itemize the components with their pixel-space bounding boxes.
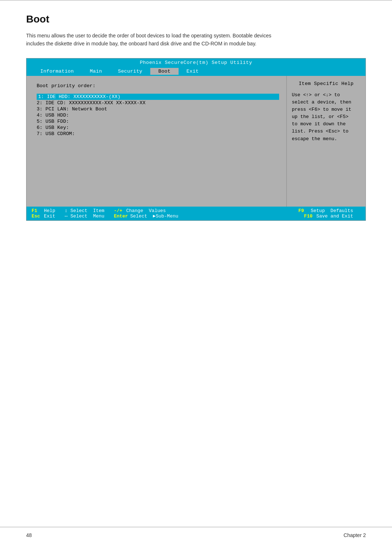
key-enter: Enter bbox=[114, 214, 128, 219]
description-line1: This menu allows the user to decide the … bbox=[26, 33, 271, 38]
key-esc: Esc bbox=[32, 214, 42, 219]
boot-item-7-index: 7: bbox=[37, 131, 45, 137]
bios-body: Boot priority order: 1: IDE HDD: XXXXXXX… bbox=[26, 76, 366, 207]
footer-row-1: F1 Help ↕ Select Item -/+ Change Values … bbox=[32, 208, 360, 214]
page-footer: 48 Chapter 2 bbox=[26, 532, 366, 538]
key-f10: F10 bbox=[304, 214, 314, 219]
boot-item-1[interactable]: 1: IDE HDD: XXXXXXXXXXX-(XX) bbox=[37, 94, 279, 100]
desc-select-menu: Select Menu bbox=[70, 214, 105, 219]
boot-item-4[interactable]: 4: USB HDD: bbox=[37, 112, 279, 118]
bios-navbar: Information Main Security Boot Exit bbox=[26, 67, 366, 76]
bios-footer: F1 Help ↕ Select Item -/+ Change Values … bbox=[26, 207, 366, 220]
page-content: Boot This menu allows the user to decide… bbox=[0, 0, 392, 243]
boot-item-4-index: 4: bbox=[37, 113, 45, 118]
boot-item-2-index: 2: bbox=[37, 100, 45, 106]
icon-leftright: ↔ bbox=[65, 214, 68, 219]
chapter-label: Chapter 2 bbox=[344, 532, 366, 538]
page-number: 48 bbox=[26, 532, 32, 538]
boot-item-3[interactable]: 3: PCI LAN: Network Boot bbox=[37, 106, 279, 112]
boot-item-1-index: 1: bbox=[38, 94, 47, 99]
boot-item-4-label: USB HDD: bbox=[45, 113, 69, 118]
desc-select-item: Select Item bbox=[70, 208, 105, 214]
description-line2: includes the diskette drive in module ba… bbox=[26, 41, 256, 46]
nav-security[interactable]: Security bbox=[110, 68, 150, 75]
description: This menu allows the user to decide the … bbox=[26, 32, 366, 48]
help-text: Use <↑> or <↓> to select a device, then … bbox=[292, 92, 360, 143]
boot-item-2-label: IDE CD: XXXXXXXXXXX-XXX XX-XXXX-XX bbox=[45, 100, 145, 106]
boot-item-5-index: 5: bbox=[37, 119, 45, 124]
desc-setup-defaults: Setup Defaults bbox=[311, 208, 353, 214]
boot-item-5[interactable]: 5: USB FDD: bbox=[37, 118, 279, 125]
key-f9: F9 bbox=[298, 208, 309, 214]
footer-row-2: Esc Exit ↔ Select Menu Enter Select ►Sub… bbox=[32, 214, 360, 219]
bottom-rule bbox=[0, 527, 392, 527]
help-title: Item Specific Help bbox=[292, 81, 360, 86]
boot-item-7-label: USB CDROM: bbox=[45, 131, 75, 137]
bios-right-panel: Item Specific Help Use <↑> or <↓> to sel… bbox=[286, 76, 366, 207]
desc-save-exit: Save and Exit bbox=[317, 214, 353, 219]
bios-left-panel: Boot priority order: 1: IDE HDD: XXXXXXX… bbox=[26, 76, 286, 207]
boot-item-2[interactable]: 2: IDE CD: XXXXXXXXXXX-XXX XX-XXXX-XX bbox=[37, 100, 279, 106]
boot-item-1-label: IDE HDD: XXXXXXXXXXX-(XX) bbox=[47, 94, 121, 99]
key-f1: F1 bbox=[32, 208, 42, 214]
bios-titlebar: Phoenix SecureCore(tm) Setup Utility bbox=[26, 58, 366, 67]
boot-list: 1: IDE HDD: XXXXXXXXXXX-(XX) 2: IDE CD: … bbox=[37, 94, 279, 137]
boot-item-6-index: 6: bbox=[37, 125, 45, 130]
desc-select-submenu: Select ►Sub-Menu bbox=[130, 214, 179, 219]
page-title: Boot bbox=[26, 13, 366, 25]
bios-container: Phoenix SecureCore(tm) Setup Utility Inf… bbox=[26, 58, 366, 221]
boot-item-3-label: PCI LAN: Network Boot bbox=[45, 106, 107, 112]
nav-main[interactable]: Main bbox=[82, 68, 110, 75]
desc-help: Help bbox=[44, 208, 55, 214]
desc-change-values: Change Values bbox=[126, 208, 166, 214]
nav-boot[interactable]: Boot bbox=[150, 68, 179, 75]
boot-item-6[interactable]: 6: USB Key: bbox=[37, 125, 279, 131]
bios-title: Phoenix SecureCore(tm) Setup Utility bbox=[140, 60, 252, 65]
key-minusplus: -/+ bbox=[114, 208, 124, 214]
boot-item-5-label: USB FDD: bbox=[45, 119, 69, 124]
boot-item-7[interactable]: 7: USB CDROM: bbox=[37, 131, 279, 137]
nav-exit[interactable]: Exit bbox=[179, 68, 207, 75]
desc-exit: Exit bbox=[44, 214, 55, 219]
nav-information[interactable]: Information bbox=[32, 68, 82, 75]
icon-updown: ↕ bbox=[65, 208, 68, 214]
boot-section-title: Boot priority order: bbox=[37, 83, 279, 89]
boot-item-6-label: USB Key: bbox=[45, 125, 69, 130]
boot-item-3-index: 3: bbox=[37, 106, 45, 112]
